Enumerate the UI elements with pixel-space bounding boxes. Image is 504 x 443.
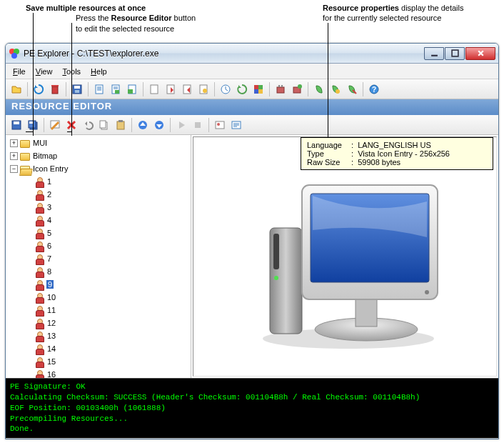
icon-entry-icon [34,318,44,328]
console-line: EOF Position: 00103400h (1061888) [10,403,494,414]
menu-view[interactable]: View [31,66,57,77]
import-button[interactable] [179,81,195,97]
stop-button[interactable] [190,117,206,133]
minimize-button[interactable] [424,47,444,60]
tree-folder-iconentry[interactable]: − Icon Entry [7,162,189,175]
resource-properties-tooltip: Language: LANG_ENGLISH US Type: Vista Ic… [301,137,493,170]
maximize-button[interactable] [445,47,465,60]
tree-folder-mui[interactable]: + MUI [7,136,189,149]
clock-button[interactable] [218,81,233,97]
statusbar: For Help, press F1 [6,438,498,439]
console-line: Done. [10,424,494,434]
svg-text:?: ? [372,86,376,94]
svg-rect-6 [51,85,59,86]
delete-button[interactable] [47,81,63,97]
annotation-line-left-2b [67,131,72,132]
svg-point-19 [203,89,207,93]
tree-item[interactable]: 16 [21,368,189,378]
resource-tree[interactable]: + MUI + Bitmap − Icon Entry 1 2 3 4 5 6 [6,135,191,378]
annotation-left: Save multiple resources at once Press th… [26,3,196,34]
icon-entry-icon [34,228,44,238]
svg-point-57 [425,290,429,294]
help-button[interactable]: ? [366,81,382,97]
svg-rect-51 [273,234,279,269]
view1-button[interactable] [212,117,228,133]
resource-editor-button[interactable] [47,117,63,133]
plugin2-button[interactable] [289,81,305,97]
svg-rect-45 [195,122,201,128]
tree-label: Bitmap [32,151,58,160]
tree-folder-bitmap[interactable]: + Bitmap [7,149,189,162]
expand-icon[interactable]: + [10,139,18,147]
icon-entry-icon [34,202,44,212]
svg-rect-12 [115,90,119,94]
close-button[interactable] [465,47,495,60]
tree-item[interactable]: 15 [21,355,189,368]
prop-value: 59908 bytes [358,158,400,166]
doc-button-2[interactable] [108,81,124,97]
tree-item[interactable]: 13 [21,329,189,342]
undo-button[interactable] [80,117,96,133]
tree-item[interactable]: 1 [21,175,189,188]
play-button[interactable] [173,117,189,133]
annotation-line-left-2 [71,23,72,136]
svg-rect-23 [254,89,258,94]
palette-button[interactable] [251,81,266,97]
svg-rect-54 [356,298,377,327]
svg-rect-21 [254,85,258,89]
tree-item[interactable]: 14 [21,342,189,355]
svg-rect-15 [151,85,158,94]
doc-button-1[interactable] [91,81,107,97]
expand-icon[interactable]: + [10,152,18,160]
folder-open-icon [20,166,30,174]
copy-button[interactable] [96,117,112,133]
svg-rect-3 [431,55,438,56]
plugin1-button[interactable] [273,81,288,97]
green1-button[interactable] [311,81,327,97]
green3-button[interactable] [344,81,360,97]
tree-item[interactable]: 5 [21,227,189,239]
paste-button[interactable] [113,117,128,133]
titlebar[interactable]: PE Explorer - C:\TEST\explorer.exe [6,44,498,64]
icon-entry-icon [34,241,44,251]
green2-button[interactable] [328,81,343,97]
page-button[interactable] [146,81,162,97]
folder-icon [20,153,30,161]
tree-item-selected[interactable]: 9 [21,278,189,291]
tree-item[interactable]: 4 [21,214,189,227]
save-resource-button[interactable] [9,117,24,133]
refresh2-button[interactable] [234,81,250,97]
tree-children: 1 2 3 4 5 6 7 8 9 10 11 12 13 14 15 16 [7,175,189,378]
tree-item[interactable]: 12 [21,317,189,329]
tree-item[interactable]: 7 [21,252,189,265]
icon-entry-icon [34,331,44,341]
app-icon [9,48,20,59]
up-button[interactable] [135,117,151,133]
view2-button[interactable] [228,117,244,133]
window-title: PE Explorer - C:\TEST\explorer.exe [24,49,424,59]
doc-button-3[interactable] [124,81,140,97]
tree-item[interactable]: 10 [21,291,189,304]
annotation-line-right [328,23,328,137]
svg-point-52 [274,276,278,280]
svg-rect-5 [52,86,58,94]
tree-item[interactable]: 11 [21,304,189,317]
down-button[interactable] [151,117,167,133]
svg-rect-26 [278,85,280,87]
svg-rect-41 [117,121,124,129]
tree-item[interactable]: 6 [21,239,189,252]
output-console[interactable]: PE Signature: OK Calculating Checksum: S… [6,378,498,438]
menu-help[interactable]: Help [86,66,111,77]
open-button[interactable] [9,81,24,97]
annotation-left-title: Save multiple resources at once [26,4,146,12]
tree-item[interactable]: 8 [21,265,189,278]
export-button[interactable] [163,81,178,97]
tree-item[interactable]: 3 [21,201,189,214]
collapse-icon[interactable]: − [10,165,18,173]
menu-file[interactable]: File [9,66,30,77]
svg-rect-27 [281,85,283,87]
cert-button[interactable] [196,81,211,97]
icon-entry-icon [34,292,44,302]
annotation-line-left-1b [26,131,34,132]
tree-item[interactable]: 2 [21,188,189,201]
